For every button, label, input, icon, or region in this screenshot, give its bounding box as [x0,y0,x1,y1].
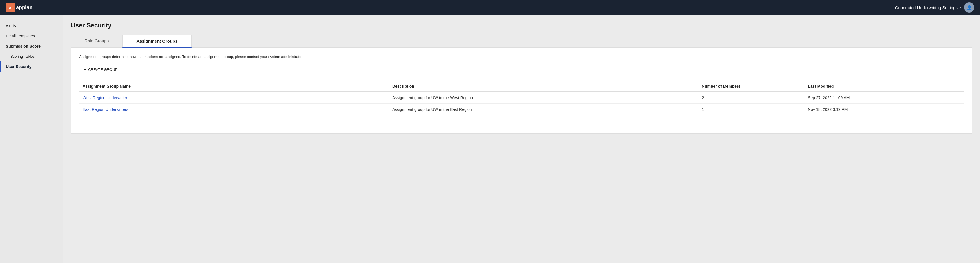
col-header-members: Number of Members [698,81,805,92]
table-cell-name: East Region Underwriters [79,104,389,115]
table-cell-description: Assignment group for UW in the West Regi… [389,92,698,104]
appian-logo-text: appian [16,5,33,11]
appian-logo-icon: a [6,3,15,12]
col-header-modified: Last Modified [805,81,964,92]
table-cell-modified: Nov 18, 2022 3:19 PM [805,104,964,115]
table-header: Assignment Group Name Description Number… [79,81,964,92]
main-layout: Alerts Email Templates Submission Score … [0,15,980,263]
sidebar: Alerts Email Templates Submission Score … [0,15,63,263]
create-group-button[interactable]: + CREATE GROUP [79,65,123,74]
avatar-icon: 👤 [967,5,972,10]
nav-right: Connected Underwriting Settings ▾ 👤 [895,2,974,13]
sidebar-item-alerts[interactable]: Alerts [0,21,63,31]
app-dropdown-icon[interactable]: ▾ [960,5,962,10]
avatar[interactable]: 👤 [964,2,974,13]
col-header-description: Description [389,81,698,92]
sidebar-item-email-templates[interactable]: Email Templates [0,31,63,41]
appian-logo[interactable]: a appian [6,3,33,12]
assignment-group-link-0[interactable]: West Region Underwriters [83,96,129,100]
top-navigation: a appian Connected Underwriting Settings… [0,0,980,15]
table-cell-members: 1 [698,104,805,115]
table-body: West Region UnderwritersAssignment group… [79,92,964,115]
app-name[interactable]: Connected Underwriting Settings [895,5,958,10]
tab-assignment-groups[interactable]: Assignment Groups [123,35,191,48]
table-cell-modified: Sep 27, 2022 11:09 AM [805,92,964,104]
page-title: User Security [71,22,972,29]
sidebar-item-scoring-tables[interactable]: Scoring Tables [0,51,63,61]
table-cell-members: 2 [698,92,805,104]
sidebar-item-user-security[interactable]: User Security [0,61,63,72]
plus-icon: + [84,67,86,72]
col-header-name: Assignment Group Name [79,81,389,92]
sidebar-item-submission-score[interactable]: Submission Score [0,41,63,51]
table-row: West Region UnderwritersAssignment group… [79,92,964,104]
table-row: East Region UnderwritersAssignment group… [79,104,964,115]
main-content: User Security Role Groups Assignment Gro… [63,15,980,263]
tabs-container: Role Groups Assignment Groups [71,35,972,48]
table-cell-description: Assignment group for UW in the East Regi… [389,104,698,115]
table-cell-name: West Region Underwriters [79,92,389,104]
assignment-group-link-1[interactable]: East Region Underwriters [83,107,128,112]
assignment-groups-table: Assignment Group Name Description Number… [79,81,964,115]
tab-role-groups[interactable]: Role Groups [71,35,123,48]
content-panel: Assignment groups determine how submissi… [71,48,972,134]
info-text: Assignment groups determine how submissi… [79,54,964,59]
